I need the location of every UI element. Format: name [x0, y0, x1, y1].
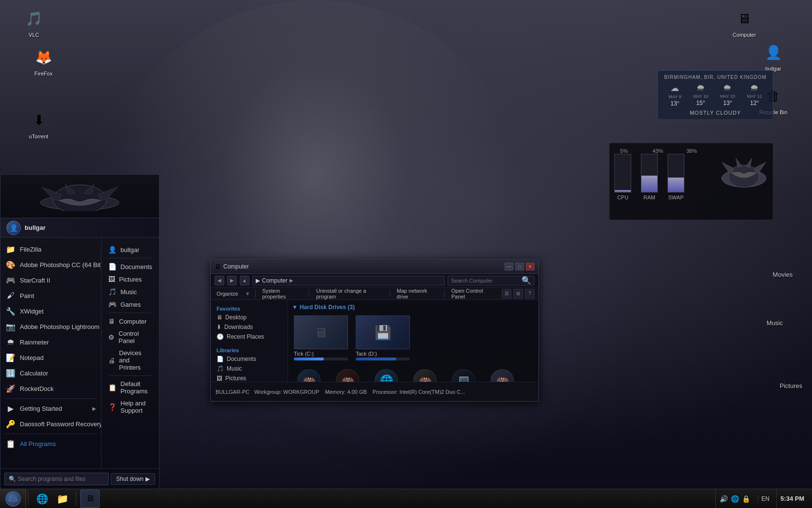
- weather-days: ☁ MAY 9 13° 🌧 MAY 10 15° 🌧 MAY 10 13° 🌧 …: [663, 83, 768, 107]
- movies-desktop-label[interactable]: Movies: [773, 271, 793, 278]
- desktop-icon-utorrent[interactable]: ⬇ uTorrent: [19, 106, 58, 141]
- devices-label: Devices and Printers: [119, 349, 152, 371]
- libraries-header: Libraries: [211, 345, 288, 354]
- start-right-pictures[interactable]: 🖼 Pictures: [105, 273, 155, 285]
- firefox-label: FireFox: [34, 71, 52, 76]
- toolbar-sep-4: [444, 290, 445, 298]
- back-button[interactable]: ◀: [215, 276, 224, 285]
- toolbar-map-drive[interactable]: Map network drive: [395, 287, 439, 300]
- start-search-input[interactable]: [18, 476, 104, 482]
- recent-sidebar-icon: 🕐: [217, 333, 224, 340]
- file-icon-3[interactable]: 🦇 bat_logo: [408, 367, 442, 382]
- file-icon-4[interactable]: 💻 laptop: [447, 367, 480, 382]
- start-right-music[interactable]: 🎵 Music: [105, 285, 155, 298]
- address-path[interactable]: ▶ Computer ▶: [252, 276, 445, 285]
- vlc-label: VLC: [29, 32, 39, 38]
- sidebar-downloads[interactable]: ⬇ Downloads: [211, 322, 288, 332]
- forward-button[interactable]: ▶: [227, 276, 237, 285]
- start-item-rocketdock[interactable]: 🚀 RocketDock: [0, 381, 101, 396]
- start-right-control-panel[interactable]: ⚙ Control Panel: [105, 328, 155, 347]
- pictures-desktop-label[interactable]: Pictures: [780, 382, 802, 389]
- shutdown-button[interactable]: Shut down ▶: [111, 473, 155, 485]
- start-all-programs[interactable]: 📋 All Programs: [0, 436, 101, 451]
- start-item-paint[interactable]: 🖌 Paint: [0, 288, 101, 303]
- taskbar-explorer-window[interactable]: 🖥: [80, 490, 100, 508]
- desktop-icon-computer[interactable]: 🖥 Computer: [725, 5, 764, 40]
- memory-label: Memory: 4.00 GB: [325, 389, 367, 395]
- file-icon-2[interactable]: 🌐 globe: [369, 367, 403, 382]
- start-right-documents[interactable]: 📄 Documents: [105, 260, 155, 273]
- default-programs-icon: 📋: [108, 384, 116, 391]
- weather-date-2: MAY 10: [720, 94, 735, 99]
- taskbar-icon-ie[interactable]: 🌐: [32, 490, 52, 508]
- games-label: Games: [120, 301, 141, 308]
- start-right-devices[interactable]: 🖨 Devices and Printers: [105, 347, 155, 374]
- file-icon-box-1: 🦇: [336, 369, 359, 382]
- music-desktop-label[interactable]: Music: [767, 319, 783, 327]
- file-icon-5[interactable]: 🦇 batman_round: [485, 367, 519, 382]
- swap-label: SWAP: [668, 194, 684, 200]
- minimize-button[interactable]: —: [505, 263, 513, 270]
- start-right-help[interactable]: ❓ Help and Support: [105, 397, 155, 417]
- desktop-icon-firefox[interactable]: 🦊 FireFox: [24, 44, 63, 78]
- toolbar-organize[interactable]: Organize: [215, 290, 240, 298]
- start-item-filezilla[interactable]: 📁 FileZilla: [0, 241, 101, 257]
- view-help-button[interactable]: ?: [525, 289, 535, 299]
- start-divider-1: [4, 398, 97, 399]
- security-tray-icon[interactable]: 🔒: [742, 495, 750, 503]
- start-item-starcraft[interactable]: 🎮 StarCraft II: [0, 272, 101, 288]
- start-item-notepad[interactable]: 📝 Notepad: [0, 350, 101, 365]
- weather-icon-0: ☁: [670, 83, 679, 93]
- weather-temp-0: 13°: [670, 100, 679, 107]
- drive-d[interactable]: 💾 Tack (D:): [354, 314, 412, 362]
- start-right-default-programs[interactable]: 📋 Default Programs: [105, 378, 155, 397]
- file-icon-1[interactable]: 🦇 batman_secure_black_full: [331, 367, 364, 382]
- up-button[interactable]: ▲: [240, 276, 249, 285]
- documents-icon: 📄: [108, 263, 116, 270]
- explorer-search-bar[interactable]: 🔍: [448, 276, 535, 285]
- status-computer: BULLGAR-PC Workgroup: WORKGROUP: [216, 389, 319, 395]
- drive-d-icon: 💾: [375, 325, 392, 341]
- taskbar-icon-folder[interactable]: 📁: [53, 490, 72, 508]
- file-icon-0[interactable]: 🦇 batman_secure_black: [292, 367, 326, 382]
- sidebar-recent[interactable]: 🕐 Recent Places: [211, 332, 288, 342]
- start-search-box[interactable]: 🔍: [4, 473, 109, 485]
- window-statusbar: BULLGAR-PC Workgroup: WORKGROUP Memory: …: [211, 382, 538, 401]
- maximize-button[interactable]: □: [515, 263, 524, 270]
- start-item-photoshop[interactable]: 🎨 Adobe Photoshop CC (64 Bit) ▶: [0, 257, 101, 272]
- network-tray-icon[interactable]: 🌐: [731, 495, 739, 503]
- weather-icon-1: 🌧: [696, 83, 705, 93]
- start-item-xwidget[interactable]: 🔧 XWidget: [0, 303, 101, 319]
- start-right-user[interactable]: 👤 bullgar: [105, 243, 155, 256]
- toolbar-control-panel[interactable]: Open Control Panel: [450, 287, 497, 300]
- toolbar-uninstall[interactable]: Uninstall or change a program: [314, 287, 385, 300]
- sidebar-documents[interactable]: 📄 Documents: [211, 354, 288, 364]
- clock-area[interactable]: 5:34 PM: [776, 489, 808, 508]
- explorer-search-input[interactable]: [451, 278, 520, 284]
- language-indicator[interactable]: EN: [758, 495, 772, 502]
- start-right-games[interactable]: 🎮 Games: [105, 298, 155, 311]
- sidebar-music-lib[interactable]: 🎵 Music: [211, 364, 288, 374]
- start-item-getting-started[interactable]: ▶ Getting Started ▶: [0, 401, 101, 416]
- start-right-computer[interactable]: 🖥 Computer: [105, 315, 155, 328]
- desktop-icon-vlc[interactable]: 🎵 VLC: [14, 5, 53, 40]
- hard-drives-header: ▼ Hard Disk Drives (3): [292, 304, 535, 311]
- sidebar-desktop[interactable]: 🖥 Desktop: [211, 313, 288, 322]
- sidebar-pictures-lib[interactable]: 🖼 Pictures: [211, 374, 288, 382]
- ql-separator: [28, 492, 29, 506]
- view-details-button[interactable]: ☰: [502, 289, 511, 299]
- view-icons-button[interactable]: ⊞: [513, 289, 523, 299]
- toolbar-system-properties[interactable]: System properties: [260, 287, 304, 300]
- start-item-daossoft[interactable]: 🔑 Daossoft Password Recovery Bundle 2012…: [0, 416, 101, 432]
- drive-c[interactable]: 🖥 Tick (C:): [292, 314, 350, 362]
- lang-text: EN: [761, 495, 769, 502]
- toolbar-bar: Organize ▼ System properties Uninstall o…: [211, 287, 538, 300]
- start-item-lightroom[interactable]: 📷 Adobe Photoshop Lightroom 4.4 64-bit ▶: [0, 319, 101, 334]
- volume-tray-icon[interactable]: 🔊: [720, 495, 728, 503]
- start-item-calculator[interactable]: 🔢 Calculator: [0, 365, 101, 381]
- desktop-icon-bullgar[interactable]: 👤 bullgar: [754, 39, 793, 74]
- start-item-rainmeter[interactable]: 🌧 Rainmeter: [0, 334, 101, 350]
- close-button[interactable]: ✕: [526, 263, 535, 270]
- drive-d-info: Tack (D:): [356, 351, 410, 360]
- start-button[interactable]: [0, 489, 26, 508]
